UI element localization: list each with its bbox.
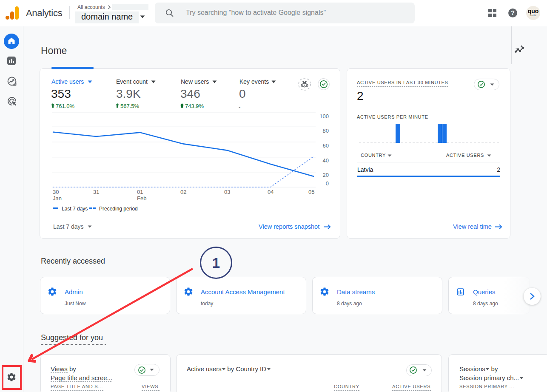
svg-text:100: 100 <box>319 113 329 119</box>
svg-text:80: 80 <box>323 128 329 134</box>
svg-text:60: 60 <box>323 142 329 149</box>
svg-text:0: 0 <box>326 180 329 187</box>
svg-text:40: 40 <box>323 157 329 164</box>
svg-text:20: 20 <box>323 172 329 178</box>
